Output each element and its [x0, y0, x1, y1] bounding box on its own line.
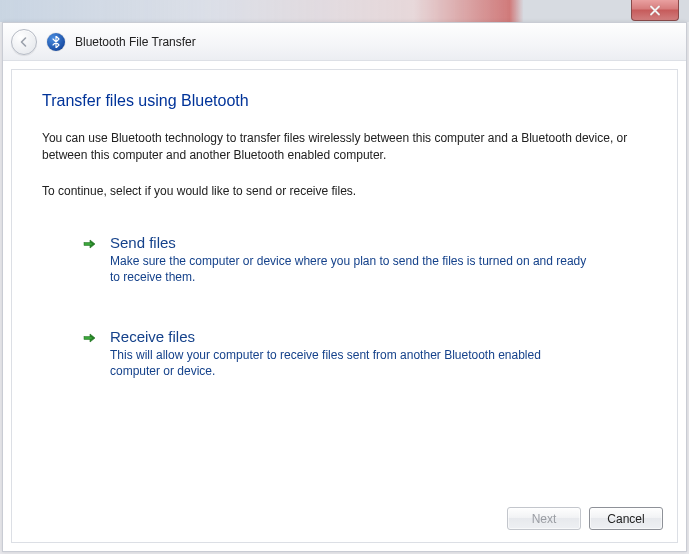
option-desc: Make sure the computer or device where y…	[110, 253, 590, 285]
wizard-header: Bluetooth File Transfer	[3, 23, 686, 61]
option-receive-files[interactable]: Receive files This will allow your compu…	[78, 324, 647, 383]
option-title: Receive files	[110, 328, 590, 345]
arrow-right-icon	[82, 236, 98, 252]
back-arrow-icon	[17, 35, 31, 49]
content-panel: Transfer files using Bluetooth You can u…	[11, 69, 678, 543]
bluetooth-icon	[47, 33, 65, 51]
close-button[interactable]	[631, 0, 679, 21]
option-title: Send files	[110, 234, 590, 251]
arrow-right-icon	[82, 330, 98, 346]
options-list: Send files Make sure the computer or dev…	[78, 230, 647, 383]
option-send-files[interactable]: Send files Make sure the computer or dev…	[78, 230, 647, 289]
window-title: Bluetooth File Transfer	[75, 35, 196, 49]
option-desc: This will allow your computer to receive…	[110, 347, 590, 379]
wizard-window: Bluetooth File Transfer Transfer files u…	[2, 22, 687, 552]
intro-text: You can use Bluetooth technology to tran…	[42, 130, 647, 165]
close-icon	[649, 5, 661, 16]
page-body: You can use Bluetooth technology to tran…	[42, 130, 647, 200]
svg-rect-0	[84, 243, 92, 246]
svg-rect-1	[84, 336, 92, 339]
page-heading: Transfer files using Bluetooth	[42, 92, 647, 110]
content-outer: Transfer files using Bluetooth You can u…	[3, 61, 686, 551]
cancel-button[interactable]: Cancel	[589, 507, 663, 530]
button-row: Next Cancel	[507, 507, 663, 530]
back-button[interactable]	[11, 29, 37, 55]
window-glass-blur	[0, 0, 689, 22]
next-button[interactable]: Next	[507, 507, 581, 530]
instruction-text: To continue, select if you would like to…	[42, 183, 647, 200]
